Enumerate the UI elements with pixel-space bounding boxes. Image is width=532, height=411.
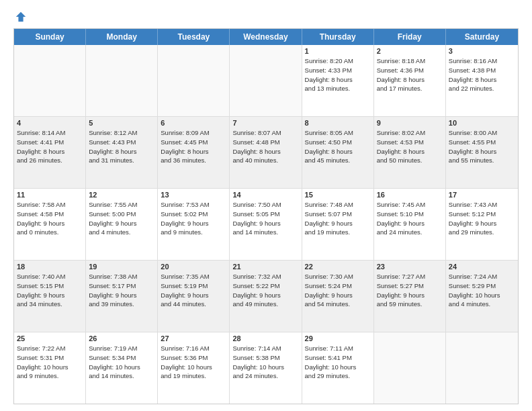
day-number: 8: [305, 119, 371, 127]
day-info: Sunrise: 8:07 AM Sunset: 4:48 PM Dayligh…: [232, 128, 298, 165]
weekday-header-tuesday: Tuesday: [158, 29, 230, 45]
day-info: Sunrise: 8:00 AM Sunset: 4:55 PM Dayligh…: [449, 128, 515, 165]
calendar-cell-0-6: 3Sunrise: 8:16 AM Sunset: 4:38 PM Daylig…: [446, 45, 518, 116]
day-info: Sunrise: 7:35 AM Sunset: 5:19 PM Dayligh…: [161, 272, 226, 309]
day-info: Sunrise: 7:27 AM Sunset: 5:27 PM Dayligh…: [377, 272, 443, 309]
day-number: 13: [161, 191, 226, 199]
day-info: Sunrise: 8:20 AM Sunset: 4:33 PM Dayligh…: [305, 56, 371, 93]
day-number: 1: [305, 47, 371, 55]
day-number: 17: [449, 191, 515, 199]
day-number: 28: [232, 334, 298, 342]
svg-marker-0: [16, 12, 26, 21]
day-number: 4: [17, 119, 83, 127]
calendar-cell-3-4: 22Sunrise: 7:30 AM Sunset: 5:24 PM Dayli…: [302, 261, 374, 332]
day-number: 26: [89, 334, 154, 342]
day-info: Sunrise: 7:48 AM Sunset: 5:07 PM Dayligh…: [305, 200, 371, 237]
day-info: Sunrise: 7:55 AM Sunset: 5:00 PM Dayligh…: [89, 200, 154, 237]
day-info: Sunrise: 7:43 AM Sunset: 5:12 PM Dayligh…: [449, 200, 515, 237]
calendar-cell-2-5: 16Sunrise: 7:45 AM Sunset: 5:10 PM Dayli…: [374, 189, 446, 260]
weekday-header-thursday: Thursday: [302, 29, 374, 45]
calendar-cell-3-2: 20Sunrise: 7:35 AM Sunset: 5:19 PM Dayli…: [158, 261, 230, 332]
day-number: 29: [305, 334, 371, 342]
calendar-cell-0-5: 2Sunrise: 8:18 AM Sunset: 4:36 PM Daylig…: [374, 45, 446, 116]
day-number: 18: [17, 263, 83, 271]
logo: [13, 11, 27, 23]
day-info: Sunrise: 8:18 AM Sunset: 4:36 PM Dayligh…: [377, 56, 443, 93]
calendar-cell-4-1: 26Sunrise: 7:19 AM Sunset: 5:34 PM Dayli…: [86, 332, 158, 404]
calendar-cell-3-1: 19Sunrise: 7:38 AM Sunset: 5:17 PM Dayli…: [86, 261, 158, 332]
day-number: 16: [377, 191, 443, 199]
calendar-cell-3-6: 24Sunrise: 7:24 AM Sunset: 5:29 PM Dayli…: [446, 261, 518, 332]
day-number: 20: [161, 263, 226, 271]
day-info: Sunrise: 7:38 AM Sunset: 5:17 PM Dayligh…: [89, 272, 154, 309]
day-info: Sunrise: 7:32 AM Sunset: 5:22 PM Dayligh…: [232, 272, 298, 309]
calendar-cell-3-5: 23Sunrise: 7:27 AM Sunset: 5:27 PM Dayli…: [374, 261, 446, 332]
weekday-header-sunday: Sunday: [14, 29, 86, 45]
calendar-cell-0-2: [158, 45, 230, 116]
calendar-row-2: 11Sunrise: 7:58 AM Sunset: 4:58 PM Dayli…: [14, 189, 518, 261]
day-info: Sunrise: 7:45 AM Sunset: 5:10 PM Dayligh…: [377, 200, 443, 237]
calendar-cell-3-3: 21Sunrise: 7:32 AM Sunset: 5:22 PM Dayli…: [230, 261, 302, 332]
header: [13, 11, 519, 23]
weekday-header-saturday: Saturday: [446, 29, 518, 45]
calendar-cell-2-0: 11Sunrise: 7:58 AM Sunset: 4:58 PM Dayli…: [14, 189, 86, 260]
day-info: Sunrise: 7:53 AM Sunset: 5:02 PM Dayligh…: [161, 200, 226, 237]
day-number: 12: [89, 191, 154, 199]
calendar-cell-4-6: [446, 332, 518, 404]
day-info: Sunrise: 8:14 AM Sunset: 4:41 PM Dayligh…: [17, 128, 83, 165]
calendar-cell-1-0: 4Sunrise: 8:14 AM Sunset: 4:41 PM Daylig…: [14, 117, 86, 188]
day-info: Sunrise: 7:30 AM Sunset: 5:24 PM Dayligh…: [305, 272, 371, 309]
day-number: 9: [377, 119, 443, 127]
day-info: Sunrise: 8:02 AM Sunset: 4:53 PM Dayligh…: [377, 128, 443, 165]
calendar-cell-1-6: 10Sunrise: 8:00 AM Sunset: 4:55 PM Dayli…: [446, 117, 518, 188]
day-info: Sunrise: 7:11 AM Sunset: 5:41 PM Dayligh…: [305, 344, 371, 381]
day-number: 25: [17, 334, 83, 342]
calendar-cell-2-3: 14Sunrise: 7:50 AM Sunset: 5:05 PM Dayli…: [230, 189, 302, 260]
day-number: 22: [305, 263, 371, 271]
day-number: 10: [449, 119, 515, 127]
calendar-cell-1-2: 6Sunrise: 8:09 AM Sunset: 4:45 PM Daylig…: [158, 117, 230, 188]
day-info: Sunrise: 7:40 AM Sunset: 5:15 PM Dayligh…: [17, 272, 83, 309]
calendar-cell-2-6: 17Sunrise: 7:43 AM Sunset: 5:12 PM Dayli…: [446, 189, 518, 260]
day-number: 21: [232, 263, 298, 271]
calendar-cell-4-0: 25Sunrise: 7:22 AM Sunset: 5:31 PM Dayli…: [14, 332, 86, 404]
day-number: 2: [377, 47, 443, 55]
calendar-cell-0-1: [86, 45, 158, 116]
calendar-cell-2-4: 15Sunrise: 7:48 AM Sunset: 5:07 PM Dayli…: [302, 189, 374, 260]
day-info: Sunrise: 7:19 AM Sunset: 5:34 PM Dayligh…: [89, 344, 154, 381]
weekday-header-friday: Friday: [374, 29, 446, 45]
logo-icon: [15, 11, 27, 23]
calendar-cell-1-3: 7Sunrise: 8:07 AM Sunset: 4:48 PM Daylig…: [230, 117, 302, 188]
day-info: Sunrise: 8:09 AM Sunset: 4:45 PM Dayligh…: [161, 128, 226, 165]
day-number: 24: [449, 263, 515, 271]
calendar-cell-1-4: 8Sunrise: 8:05 AM Sunset: 4:50 PM Daylig…: [302, 117, 374, 188]
day-info: Sunrise: 7:50 AM Sunset: 5:05 PM Dayligh…: [232, 200, 298, 237]
calendar: SundayMondayTuesdayWednesdayThursdayFrid…: [13, 28, 519, 404]
calendar-header-row: SundayMondayTuesdayWednesdayThursdayFrid…: [14, 29, 518, 45]
calendar-cell-0-0: [14, 45, 86, 116]
day-info: Sunrise: 8:05 AM Sunset: 4:50 PM Dayligh…: [305, 128, 371, 165]
calendar-cell-4-3: 28Sunrise: 7:14 AM Sunset: 5:38 PM Dayli…: [230, 332, 302, 404]
day-info: Sunrise: 7:16 AM Sunset: 5:36 PM Dayligh…: [161, 344, 226, 381]
day-number: 15: [305, 191, 371, 199]
calendar-cell-4-2: 27Sunrise: 7:16 AM Sunset: 5:36 PM Dayli…: [158, 332, 230, 404]
page: SundayMondayTuesdayWednesdayThursdayFrid…: [0, 0, 532, 411]
day-number: 23: [377, 263, 443, 271]
day-info: Sunrise: 7:24 AM Sunset: 5:29 PM Dayligh…: [449, 272, 515, 309]
day-info: Sunrise: 7:14 AM Sunset: 5:38 PM Dayligh…: [232, 344, 298, 381]
day-info: Sunrise: 8:12 AM Sunset: 4:43 PM Dayligh…: [89, 128, 154, 165]
calendar-cell-2-1: 12Sunrise: 7:55 AM Sunset: 5:00 PM Dayli…: [86, 189, 158, 260]
day-number: 11: [17, 191, 83, 199]
calendar-cell-1-5: 9Sunrise: 8:02 AM Sunset: 4:53 PM Daylig…: [374, 117, 446, 188]
day-number: 19: [89, 263, 154, 271]
calendar-cell-0-4: 1Sunrise: 8:20 AM Sunset: 4:33 PM Daylig…: [302, 45, 374, 116]
calendar-row-1: 4Sunrise: 8:14 AM Sunset: 4:41 PM Daylig…: [14, 117, 518, 189]
day-number: 27: [161, 334, 226, 342]
calendar-cell-4-4: 29Sunrise: 7:11 AM Sunset: 5:41 PM Dayli…: [302, 332, 374, 404]
weekday-header-wednesday: Wednesday: [230, 29, 302, 45]
calendar-cell-3-0: 18Sunrise: 7:40 AM Sunset: 5:15 PM Dayli…: [14, 261, 86, 332]
calendar-cell-4-5: [374, 332, 446, 404]
weekday-header-monday: Monday: [86, 29, 158, 45]
day-info: Sunrise: 7:22 AM Sunset: 5:31 PM Dayligh…: [17, 344, 83, 381]
day-info: Sunrise: 7:58 AM Sunset: 4:58 PM Dayligh…: [17, 200, 83, 237]
